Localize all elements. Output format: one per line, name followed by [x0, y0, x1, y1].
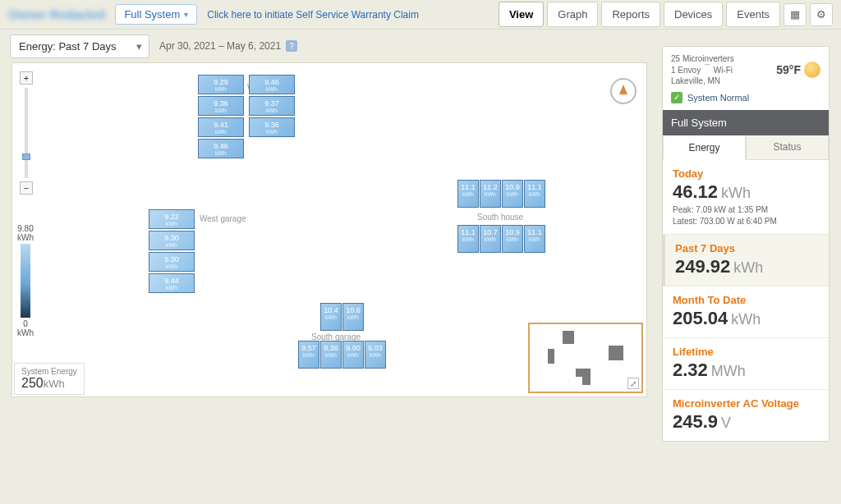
metric-past7: Past 7 Days 249.92kWh [663, 235, 829, 286]
system-energy-badge: System Energy 250kWh [14, 363, 85, 395]
metric-value: 249.92 [675, 256, 730, 277]
tab-graph[interactable]: Graph [547, 2, 598, 27]
solar-module[interactable]: 9.44kWh [149, 273, 195, 293]
array-map: + − 9.80 kWh 0 kWh West house 9.29kWh9.4… [11, 62, 647, 397]
metric-ac-voltage: Microinverter AC Voltage 245.9V [663, 390, 829, 441]
subtabs: Energy Status [663, 135, 829, 160]
metric-value: 2.32 [673, 360, 708, 380]
minimap-block [576, 369, 591, 377]
metric-unit: kWh [721, 185, 751, 201]
full-system-dropdown[interactable]: Full System ▾ [115, 4, 197, 25]
system-summary: 25 Microinverters 1 Envoy Wi-Fi Lakevill… [663, 47, 829, 92]
solar-module[interactable]: 9.36kWh [320, 341, 342, 369]
metric-title: Today [673, 167, 819, 180]
zoom-slider-thumb[interactable] [22, 153, 30, 160]
metric-title: Microinverter AC Voltage [673, 397, 819, 410]
solar-module[interactable]: 9.90kWh [342, 341, 364, 369]
tab-reports[interactable]: Reports [601, 2, 660, 27]
solar-module[interactable]: 11.1kWh [457, 225, 479, 253]
wifi-label: Wi-Fi [714, 66, 733, 75]
solar-module[interactable]: 10.4kWh [320, 303, 342, 331]
gear-icon[interactable]: ⚙ [810, 3, 833, 26]
solar-module[interactable]: 11.2kWh [480, 180, 501, 208]
sun-icon [804, 62, 820, 78]
zoom-in-button[interactable]: + [20, 71, 33, 85]
subtab-energy[interactable]: Energy [663, 136, 746, 160]
metric-value: 245.9 [673, 411, 718, 432]
system-info: 25 Microinverters 1 Envoy Wi-Fi Lakevill… [671, 53, 734, 87]
solar-module[interactable]: 9.36kWh [198, 96, 244, 116]
system-energy-label: System Energy [21, 367, 77, 376]
solar-module[interactable]: 9.22kWh [149, 209, 195, 229]
solar-module[interactable]: 9.30kWh [149, 231, 195, 250]
tab-view[interactable]: View [499, 2, 544, 27]
solar-module[interactable]: 10.7kWh [480, 225, 501, 253]
date-range-text: Apr 30, 2021 – May 6, 2021 [159, 40, 281, 52]
metric-value: 205.04 [673, 308, 728, 328]
envoy-count: 1 Envoy [671, 66, 701, 75]
solar-module[interactable]: 9.29kWh [198, 75, 244, 94]
solar-module[interactable]: 10.9kWh [502, 180, 523, 208]
status-row: ✓ System Normal [663, 92, 829, 110]
solar-module[interactable]: 9.57kWh [298, 341, 319, 369]
minimap-block [548, 349, 554, 364]
metric-value: 46.12 [673, 181, 718, 202]
metric-unit: kWh [731, 311, 761, 328]
system-energy-value: 250 [21, 376, 44, 390]
wifi-icon [703, 65, 711, 71]
metric-mtd: Month To Date 205.04kWh [663, 286, 829, 338]
solar-module[interactable]: 9.37kWh [249, 96, 295, 116]
tab-devices[interactable]: Devices [664, 2, 723, 27]
solar-module[interactable]: 9.36kWh [249, 117, 295, 137]
zoom-control: + − [19, 71, 34, 195]
energy-range-selector[interactable]: Energy: Past 7 Days [10, 34, 149, 58]
minimap-block [582, 377, 591, 385]
minimap[interactable]: ⤢ [528, 323, 643, 393]
array-south-house: South house 11.1kWh11.2kWh10.9kWh11.1kWh… [457, 180, 548, 255]
full-system-label: Full System [124, 8, 180, 21]
solar-module[interactable]: 9.46kWh [198, 139, 244, 158]
metric-unit: V [721, 415, 731, 431]
tab-events[interactable]: Events [726, 2, 780, 27]
gradient-min: 0 [23, 319, 28, 328]
solar-module[interactable]: 11.1kWh [457, 180, 479, 208]
metric-today: Today 46.12kWh Peak: 7.09 kW at 1:35 PM … [663, 160, 829, 235]
selector-label: Energy: Past 7 Days [19, 40, 117, 53]
help-icon[interactable]: ? [286, 40, 297, 52]
minimap-expand-icon[interactable]: ⤢ [627, 378, 639, 389]
zoom-slider-track[interactable] [25, 88, 28, 178]
check-icon: ✓ [671, 92, 682, 103]
metric-peak: Peak: 7.09 kW at 1:35 PM [673, 205, 819, 214]
compass-icon[interactable] [610, 78, 636, 104]
system-energy-unit: kWh [44, 378, 65, 390]
array-label-south-house: South house [477, 213, 523, 222]
metric-lifetime: Lifetime 2.32MWh [663, 338, 829, 390]
metric-title: Month To Date [673, 294, 819, 306]
gradient-bar [21, 244, 30, 318]
solar-module[interactable]: 9.46kWh [249, 75, 295, 94]
layers-icon[interactable]: ▦ [784, 3, 807, 26]
sidebar: 25 Microinverters 1 Envoy Wi-Fi Lakevill… [662, 46, 830, 442]
zoom-out-button[interactable]: − [20, 181, 33, 195]
chevron-down-icon: ▾ [184, 10, 188, 19]
solar-module[interactable]: 11.1kWh [524, 225, 545, 253]
weather: 59°F [776, 53, 820, 87]
metric-unit: kWh [733, 259, 763, 276]
warranty-link[interactable]: Click here to initiate Self Service Warr… [207, 9, 419, 21]
gradient-max: 9.80 [17, 224, 33, 233]
solar-module[interactable]: 9.41kWh [198, 117, 244, 137]
date-range: Apr 30, 2021 – May 6, 2021 ? [159, 40, 297, 52]
owner-name: Owner Redacted [8, 7, 105, 21]
solar-module[interactable]: 10.6kWh [342, 303, 364, 331]
location: Lakeville, MN [671, 76, 734, 87]
solar-module[interactable]: 9.03kWh [365, 341, 386, 369]
subtab-status[interactable]: Status [746, 135, 829, 159]
solar-module[interactable]: 10.9kWh [502, 225, 523, 253]
metric-title: Lifetime [673, 346, 819, 358]
metric-unit: MWh [711, 363, 746, 379]
gradient-unit-top: kWh [17, 233, 34, 242]
solar-module[interactable]: 11.1kWh [524, 180, 545, 208]
solar-module[interactable]: 9.30kWh [149, 252, 195, 272]
gradient-unit-bot: kWh [17, 328, 34, 337]
array-south-garage: South garage 10.4kWh10.6kWh9.57kWh9.36kW… [298, 303, 388, 369]
